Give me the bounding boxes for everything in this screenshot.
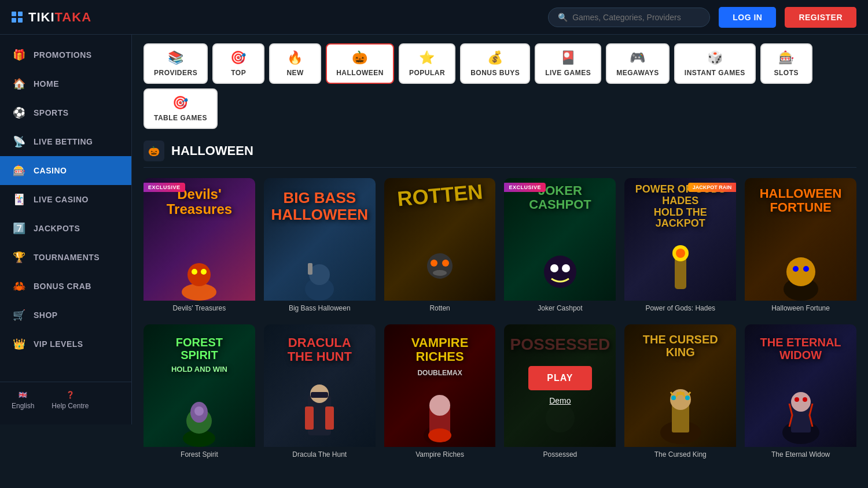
sidebar-item-live-casino[interactable]: 🃏 LIVE CASINO	[0, 185, 131, 214]
instant-games-tab-icon: 🎲	[707, 50, 723, 65]
tab-top[interactable]: 🎯 TOP	[212, 43, 264, 84]
live-casino-icon: 🃏	[13, 193, 25, 206]
live-betting-icon: 📡	[13, 135, 25, 148]
megaways-tab-icon: 🎮	[630, 50, 646, 65]
sidebar-label-jackpots: JACKPOTS	[34, 224, 80, 233]
section-icon: 🎃	[144, 141, 164, 161]
login-button[interactable]: LOG IN	[719, 7, 776, 28]
game-card-vampire-riches[interactable]: VAMPIRERICHESDOUBLEMAX Vampire Riches	[384, 324, 496, 462]
live-games-tab-icon: 🎴	[560, 50, 576, 65]
sidebar-item-vip-levels[interactable]: 👑 VIP LEVELS	[0, 330, 131, 358]
svg-point-32	[429, 395, 450, 416]
help-centre-button[interactable]: ❓ Help Centre	[52, 391, 89, 410]
svg-point-40	[685, 395, 690, 400]
jackpots-icon: 7️⃣	[13, 222, 25, 235]
sidebar-item-bonus-crab[interactable]: 🦀 BONUS CRAB	[0, 272, 131, 301]
game-title-rotten: ROTTEN	[386, 179, 494, 211]
game-img-power: JACKPOT RAIN POWER OF GODSHADESHOLD THE …	[624, 178, 736, 301]
sidebar-item-sports[interactable]: ⚽ SPORTS	[0, 98, 131, 127]
sidebar-label-bonus-crab: BONUS CRAB	[34, 282, 91, 291]
svg-point-19	[793, 266, 799, 272]
sidebar-item-jackpots[interactable]: 7️⃣ JACKPOTS	[0, 214, 131, 243]
badge-exclusive-joker: EXCLUSIVE	[504, 183, 546, 192]
tab-bonus-buys[interactable]: 💰 BONUS BUYS	[460, 43, 530, 84]
game-name-halloween-fortune: Halloween Fortune	[745, 301, 856, 316]
tab-slots[interactable]: 🎰 SLOTS	[760, 43, 812, 84]
tab-table-games[interactable]: 🎯 TABLE GAMES	[144, 88, 218, 129]
tab-live-games[interactable]: 🎴 LIVE GAMES	[535, 43, 601, 84]
game-card-power-of-gods[interactable]: JACKPOT RAIN POWER OF GODSHADESHOLD THE …	[624, 178, 736, 316]
svg-point-44	[795, 397, 799, 402]
providers-tab-icon: 📚	[168, 50, 184, 65]
play-button[interactable]: PLAY	[528, 366, 591, 390]
sidebar-item-live-betting[interactable]: 📡 LIVE BETTING	[0, 127, 131, 156]
game-name-big-bass: Big Bass Halloween	[264, 301, 376, 316]
section-header: 🎃 HALLOWEEN	[144, 141, 856, 168]
sidebar-item-promotions[interactable]: 🎁 PROMOTIONS	[0, 40, 131, 69]
sidebar-footer: 🇬🇧 English ❓ Help Centre	[0, 382, 131, 419]
games-grid-row2-wrapper: FORESTSPIRITHOLD AND WIN Forest Spirit D…	[144, 324, 856, 462]
tournaments-icon: 🏆	[13, 251, 25, 264]
svg-point-18	[786, 257, 815, 286]
game-img-rotten: ROTTEN	[384, 178, 496, 301]
shop-icon: 🛒	[13, 309, 25, 321]
tab-bonus-buys-label: BONUS BUYS	[470, 69, 520, 77]
sidebar-item-casino[interactable]: 🎰 CASINO	[0, 156, 131, 185]
tab-halloween[interactable]: 🎃 HALLOWEEN	[326, 43, 394, 84]
register-button[interactable]: REGISTER	[785, 7, 856, 28]
game-img-cursed: THE CURSEDKING	[624, 324, 736, 447]
slots-tab-icon: 🎰	[778, 50, 795, 65]
tab-new[interactable]: 🔥 NEW	[269, 43, 321, 84]
game-title-bigbass: BIG BASSHALLOWEEN	[267, 190, 373, 223]
game-card-forest-spirit[interactable]: FORESTSPIRITHOLD AND WIN Forest Spirit	[144, 324, 255, 462]
search-bar[interactable]: 🔍	[548, 8, 710, 27]
game-card-eternal-widow[interactable]: THE ETERNALWIDOW The Eternal Widow	[745, 324, 856, 462]
svg-rect-27	[305, 406, 314, 430]
header-right: 🔍 LOG IN REGISTER	[548, 7, 856, 28]
sidebar-item-home[interactable]: 🏠 HOME	[0, 69, 131, 98]
sidebar-item-shop[interactable]: 🛒 SHOP	[0, 301, 131, 330]
game-card-possessed[interactable]: POSSESSED PLAY Demo Possessed	[504, 324, 616, 462]
tab-new-label: NEW	[286, 69, 304, 77]
sidebar-label-sports: SPORTS	[34, 108, 69, 117]
game-card-big-bass-halloween[interactable]: BIG BASSHALLOWEEN Big Bass Halloween	[264, 178, 376, 316]
game-name-eternal-widow: The Eternal Widow	[745, 447, 856, 462]
popular-tab-icon: ⭐	[419, 50, 435, 65]
game-title-eternal: THE ETERNALWIDOW	[749, 336, 852, 361]
sidebar-label-vip-levels: VIP LEVELS	[34, 339, 83, 349]
game-card-devils-treasures[interactable]: EXCLUSIVE Devils'Treasures Devils' Treas…	[144, 178, 255, 316]
game-title-dracula: DRACULATHE HUNT	[269, 336, 371, 364]
section-title: HALLOWEEN	[171, 143, 253, 158]
tab-popular[interactable]: ⭐ POPULAR	[399, 43, 455, 84]
svg-rect-29	[311, 392, 328, 398]
game-img-vampire: VAMPIRERICHESDOUBLEMAX	[384, 324, 496, 447]
game-img-devils-treasures: EXCLUSIVE Devils'Treasures	[144, 178, 255, 301]
tab-providers[interactable]: 📚 PROVIDERS	[144, 43, 208, 84]
tab-top-label: TOP	[231, 69, 246, 77]
help-label: Help Centre	[52, 402, 89, 410]
tab-providers-label: PROVIDERS	[154, 69, 197, 77]
game-card-joker-cashpot[interactable]: EXCLUSIVE JOKERCASHPOT Joker Cashpot	[504, 178, 616, 316]
tab-instant-games[interactable]: 🎲 INSTANT GAMES	[674, 43, 756, 84]
demo-link[interactable]: Demo	[549, 396, 571, 405]
game-card-rotten[interactable]: ROTTEN Rotten	[384, 178, 496, 316]
game-title-cursed: THE CURSEDKING	[627, 333, 733, 358]
svg-rect-38	[676, 392, 685, 395]
sidebar-item-tournaments[interactable]: 🏆 TOURNAMENTS	[0, 243, 131, 272]
game-card-cursed-king[interactable]: THE CURSEDKING The Cursed King	[624, 324, 736, 462]
game-img-eternal: THE ETERNALWIDOW	[745, 324, 856, 447]
home-icon: 🏠	[13, 77, 25, 90]
game-img-dracula: DRACULATHE HUNT	[264, 324, 376, 447]
badge-jackpot-power: JACKPOT RAIN	[688, 183, 737, 192]
game-card-halloween-fortune[interactable]: HALLOWEENFORTUNE Halloween Fortune	[745, 178, 856, 316]
cursed-art	[654, 378, 707, 447]
language-selector[interactable]: 🇬🇧 English	[12, 391, 34, 410]
search-input[interactable]	[572, 13, 700, 22]
svg-point-33	[428, 428, 451, 442]
svg-point-8	[431, 260, 437, 267]
tab-megaways[interactable]: 🎮 MEGAWAYS	[606, 43, 670, 84]
game-title-forest: FORESTSPIRITHOLD AND WIN	[148, 336, 251, 374]
game-card-dracula-hunt[interactable]: DRACULATHE HUNT Dracula The Hunt	[264, 324, 376, 462]
tab-popular-label: POPULAR	[409, 69, 445, 77]
tab-slots-label: SLOTS	[774, 69, 799, 77]
